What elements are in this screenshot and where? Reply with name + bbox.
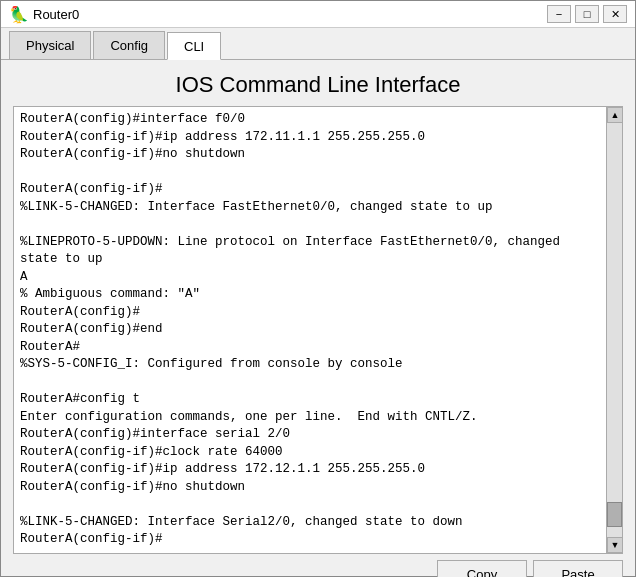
scroll-down-button[interactable]: ▼ — [607, 537, 623, 553]
button-bar: Copy Paste — [13, 554, 623, 578]
window-controls: − □ ✕ — [547, 5, 627, 23]
tab-cli[interactable]: CLI — [167, 32, 221, 60]
scrollbar-thumb[interactable] — [607, 502, 622, 527]
scrollbar-track[interactable] — [607, 123, 622, 537]
title-bar: 🦜 Router0 − □ ✕ — [1, 1, 635, 28]
page-title: IOS Command Line Interface — [1, 60, 635, 106]
scroll-up-button[interactable]: ▲ — [607, 107, 623, 123]
tab-bar: Physical Config CLI — [1, 28, 635, 60]
scrollbar[interactable]: ▲ ▼ — [606, 107, 622, 553]
window-title: Router0 — [33, 7, 79, 22]
close-button[interactable]: ✕ — [603, 5, 627, 23]
tab-config[interactable]: Config — [93, 31, 165, 59]
router-icon: 🦜 — [9, 5, 27, 23]
copy-button[interactable]: Copy — [437, 560, 527, 578]
terminal-output[interactable]: RouterA(config)#interface f0/0 RouterA(c… — [14, 107, 606, 553]
maximize-button[interactable]: □ — [575, 5, 599, 23]
terminal-container[interactable]: RouterA(config)#interface f0/0 RouterA(c… — [13, 106, 623, 554]
main-window: 🦜 Router0 − □ ✕ Physical Config CLI IOS … — [0, 0, 636, 577]
title-bar-left: 🦜 Router0 — [9, 5, 79, 23]
content-area: RouterA(config)#interface f0/0 RouterA(c… — [1, 106, 635, 577]
tab-physical[interactable]: Physical — [9, 31, 91, 59]
minimize-button[interactable]: − — [547, 5, 571, 23]
paste-button[interactable]: Paste — [533, 560, 623, 578]
